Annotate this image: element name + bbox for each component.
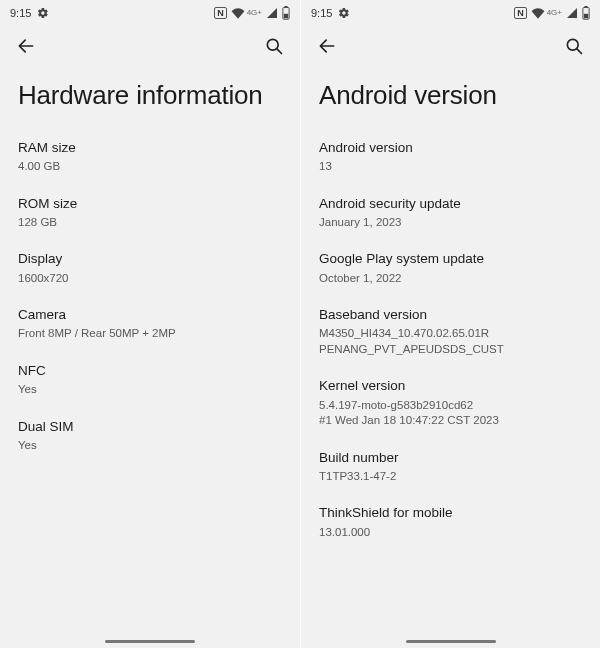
gear-icon <box>338 7 350 19</box>
wifi-icon <box>531 7 545 19</box>
list-item[interactable]: Android security update January 1, 2023 <box>319 195 582 231</box>
item-label: Kernel version <box>319 377 582 395</box>
top-app-bar <box>0 26 300 66</box>
item-label: ThinkShield for mobile <box>319 504 582 522</box>
back-button[interactable] <box>315 34 339 58</box>
status-bar: 9:15 N 4G+ <box>301 0 600 26</box>
item-value: October 1, 2022 <box>319 271 582 287</box>
status-right: N 4G+ <box>214 6 290 20</box>
list-item[interactable]: Build number T1TP33.1-47-2 <box>319 449 582 485</box>
item-label: Google Play system update <box>319 250 582 268</box>
item-label: Android version <box>319 139 582 157</box>
signal-icon <box>266 7 278 19</box>
item-value: Front 8MP / Rear 50MP + 2MP <box>18 326 282 342</box>
item-label: Baseband version <box>319 306 582 324</box>
status-right: N 4G+ <box>514 6 590 20</box>
screen-hardware-info: 9:15 N 4G+ Hardware information <box>0 0 300 648</box>
item-label: RAM size <box>18 139 282 157</box>
status-time: 9:15 <box>311 7 332 19</box>
battery-icon <box>282 6 290 20</box>
item-label: Dual SIM <box>18 418 282 436</box>
list-item[interactable]: Android version 13 <box>319 139 582 175</box>
list-item[interactable]: Display 1600x720 <box>18 250 282 286</box>
svg-rect-6 <box>584 6 587 8</box>
item-label: Display <box>18 250 282 268</box>
nfc-icon: N <box>514 7 527 19</box>
content-area: Android version Android version 13 Andro… <box>301 66 600 648</box>
item-value: 5.4.197-moto-g583b2910cd62 #1 Wed Jan 18… <box>319 398 582 429</box>
item-value: 13 <box>319 159 582 175</box>
search-button[interactable] <box>262 34 286 58</box>
svg-line-9 <box>577 49 582 54</box>
item-value: 128 GB <box>18 215 282 231</box>
gesture-nav-handle[interactable] <box>105 640 195 643</box>
status-left: 9:15 <box>311 7 350 19</box>
list-item[interactable]: Baseband version M4350_HI434_10.470.02.6… <box>319 306 582 357</box>
back-button[interactable] <box>14 34 38 58</box>
top-app-bar <box>301 26 600 66</box>
network-type: 4G+ <box>247 9 262 17</box>
content-area: Hardware information RAM size 4.00 GB RO… <box>0 66 300 648</box>
network-type: 4G+ <box>547 9 562 17</box>
search-button[interactable] <box>562 34 586 58</box>
page-title: Android version <box>319 80 582 111</box>
svg-rect-7 <box>584 14 588 19</box>
item-value: 1600x720 <box>18 271 282 287</box>
gear-icon <box>37 7 49 19</box>
list-item[interactable]: ROM size 128 GB <box>18 195 282 231</box>
list-item[interactable]: RAM size 4.00 GB <box>18 139 282 175</box>
status-bar: 9:15 N 4G+ <box>0 0 300 26</box>
svg-rect-1 <box>284 6 287 8</box>
item-label: Build number <box>319 449 582 467</box>
signal-icon <box>566 7 578 19</box>
list-item[interactable]: Kernel version 5.4.197-moto-g583b2910cd6… <box>319 377 582 428</box>
item-label: Camera <box>18 306 282 324</box>
wifi-icon <box>231 7 245 19</box>
screen-android-version: 9:15 N 4G+ Android version <box>300 0 600 648</box>
svg-rect-2 <box>284 14 288 19</box>
list-item[interactable]: Google Play system update October 1, 202… <box>319 250 582 286</box>
battery-icon <box>582 6 590 20</box>
nfc-icon: N <box>214 7 227 19</box>
item-value: Yes <box>18 438 282 454</box>
list-item[interactable]: ThinkShield for mobile 13.01.000 <box>319 504 582 540</box>
svg-line-4 <box>277 49 282 54</box>
status-time: 9:15 <box>10 7 31 19</box>
gesture-nav-handle[interactable] <box>406 640 496 643</box>
item-value: T1TP33.1-47-2 <box>319 469 582 485</box>
item-value: 4.00 GB <box>18 159 282 175</box>
item-value: January 1, 2023 <box>319 215 582 231</box>
list-item[interactable]: NFC Yes <box>18 362 282 398</box>
item-label: Android security update <box>319 195 582 213</box>
list-item[interactable]: Camera Front 8MP / Rear 50MP + 2MP <box>18 306 282 342</box>
item-value: M4350_HI434_10.470.02.65.01R PENANG_PVT_… <box>319 326 582 357</box>
list-item[interactable]: Dual SIM Yes <box>18 418 282 454</box>
item-value: 13.01.000 <box>319 525 582 541</box>
status-left: 9:15 <box>10 7 49 19</box>
item-value: Yes <box>18 382 282 398</box>
item-label: ROM size <box>18 195 282 213</box>
item-label: NFC <box>18 362 282 380</box>
page-title: Hardware information <box>18 80 282 111</box>
